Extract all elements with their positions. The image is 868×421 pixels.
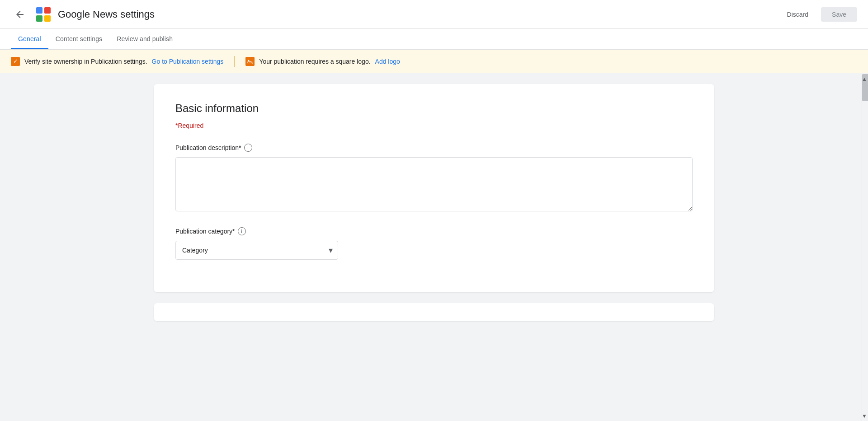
scroll-down-icon[interactable]: ▼ — [862, 413, 867, 419]
notification-logo: Your publication requires a square logo.… — [245, 57, 400, 66]
scroll-up-icon[interactable]: ▲ — [862, 76, 867, 82]
tab-content-settings[interactable]: Content settings — [48, 29, 109, 49]
save-button[interactable]: Save — [821, 7, 857, 22]
svg-rect-3 — [44, 15, 51, 22]
svg-rect-4 — [247, 59, 253, 64]
top-bar-right: Discard Save — [780, 7, 857, 22]
publication-settings-link[interactable]: Go to Publication settings — [152, 58, 224, 65]
top-bar-left: Google News settings — [11, 5, 155, 23]
back-button[interactable] — [11, 5, 29, 23]
page-title: Google News settings — [58, 9, 155, 20]
add-logo-link[interactable]: Add logo — [375, 58, 400, 65]
second-card-partial — [154, 303, 714, 321]
description-label-text: Publication description* — [175, 144, 241, 151]
description-label: Publication description* i — [175, 144, 693, 152]
basic-information-card: Basic information *Required Publication … — [154, 84, 714, 292]
scrollbar[interactable] — [862, 74, 868, 421]
category-select-wrapper: Category Business Entertainment Health S… — [175, 241, 338, 260]
category-label-text: Publication category* — [175, 228, 235, 235]
description-field: Publication description* i — [175, 144, 693, 213]
main-content: Basic information *Required Publication … — [0, 73, 868, 420]
category-field: Publication category* i Category Busines… — [175, 227, 693, 260]
category-label: Publication category* i — [175, 227, 693, 235]
description-textarea[interactable] — [175, 157, 693, 211]
required-label: *Required — [175, 122, 693, 129]
tab-general[interactable]: General — [11, 29, 48, 49]
discard-button[interactable]: Discard — [780, 7, 816, 22]
tabs-bar: General Content settings Review and publ… — [0, 29, 868, 50]
svg-rect-1 — [44, 7, 51, 14]
category-select[interactable]: Category Business Entertainment Health S… — [175, 241, 338, 260]
notification-divider — [234, 56, 235, 67]
image-icon — [245, 57, 255, 66]
checkbox-icon: ✓ — [11, 57, 20, 66]
logo-text: Your publication requires a square logo. — [259, 58, 370, 65]
svg-rect-2 — [36, 15, 42, 22]
top-bar: Google News settings Discard Save — [0, 0, 868, 29]
notification-banner: ✓ Verify site ownership in Publication s… — [0, 50, 868, 73]
app-icon — [36, 7, 51, 22]
description-info-icon[interactable]: i — [244, 144, 252, 152]
notification-ownership: ✓ Verify site ownership in Publication s… — [11, 57, 223, 66]
svg-rect-0 — [36, 7, 42, 14]
tab-review-publish[interactable]: Review and publish — [109, 29, 180, 49]
ownership-text: Verify site ownership in Publication set… — [24, 58, 147, 65]
category-info-icon[interactable]: i — [238, 227, 246, 235]
card-title: Basic information — [175, 102, 693, 115]
